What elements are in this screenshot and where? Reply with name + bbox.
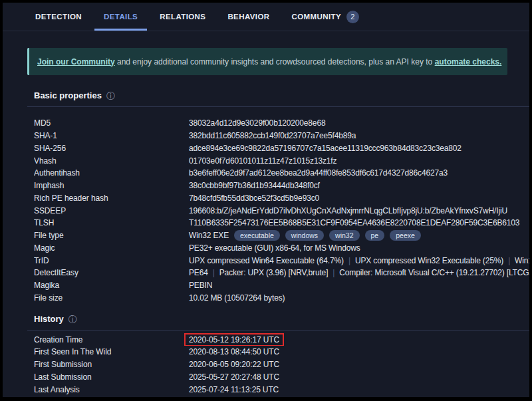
trid-part: UPX compressed Win32 Executable (25%) [355,256,503,265]
tag-peexe[interactable]: peexe [390,230,421,241]
property-value: 38032a4d12d9e3029f00b120200e8e68 [189,118,325,128]
property-label: SSDEEP [34,206,189,215]
trid-part: Win16 NE [515,256,529,265]
tab-bar: DETECTION DETAILS RELATIONS BEHAVIOR COM… [3,3,529,31]
property-value: 01703e0f7d60101011z11z47z1015z13z1fz [189,156,336,166]
property-row-vhash: Vhash 01703e0f7d60101011z11z47z1015z13z1… [34,154,529,167]
property-row-tlsh: TLSH T110B6335F25473176EE5B68B5E31CF9F09… [34,217,529,229]
property-label: DetectItEasy [34,268,189,277]
property-value: 382bdd11c605882ccb149f0d23707a7ee5f4b89a [189,131,356,140]
property-label: Last Submission [34,372,189,382]
property-value: 2020-08-13 08:44:50 UTC [189,347,279,356]
history-row-first-seen-itw: First Seen In The Wild 2020-08-13 08:44:… [34,346,529,358]
property-row-detectiteasy: DetectItEasy PE64 | Packer: UPX (3.96) [… [34,267,529,279]
property-value: 2020-06-05 09:20:22 UTC [189,360,279,369]
separator: | [508,256,510,265]
property-label: Creation Time [34,335,189,344]
die-part: PE64 [189,268,208,277]
info-icon[interactable]: ⓘ [68,315,77,324]
history-row-creation-time: Creation Time 2020-05-12 19:26:17 UTC [34,333,529,346]
property-label: File type [34,231,189,240]
property-label: File size [34,293,189,303]
tab-label: RELATIONS [160,13,205,21]
property-row-rich-pe-header-hash: Rich PE header hash 7b48cfd5fb55dd3bce52… [34,192,529,205]
property-row-magika: Magika PEBIN [34,279,529,292]
property-label: Rich PE header hash [34,194,189,203]
property-row-sha1: SHA-1 382bdd11c605882ccb149f0d23707a7ee5… [34,130,529,142]
property-label: MD5 [34,118,189,128]
history-row-first-submission: First Submission 2020-06-05 09:20:22 UTC [34,358,529,371]
tab-behavior[interactable]: BEHAVIOR [218,3,279,31]
property-label: Authentihash [34,168,189,178]
history-row-last-submission: Last Submission 2025-05-27 20:27:48 UTC [34,371,529,384]
property-row-imphash: Imphash 38c0cbb9bf97b36d1b93444db348f0cf [34,180,529,192]
property-value: PE32+ executable (GUI) x86-64, for MS Wi… [189,243,360,253]
property-row-file-type: File type Win32 EXE executable windows w… [34,229,529,242]
tag-win32[interactable]: win32 [329,230,359,241]
property-label: Magic [34,243,189,253]
highlight-box: 2020-05-12 19:26:17 UTC [184,333,284,346]
die-part: Packer: UPX (3.96) [NRV,brute] [219,268,329,277]
section-title: Basic properties [34,90,102,102]
page-content: Join our Community and enjoy additional … [25,48,529,396]
property-label: TLSH [34,218,189,227]
property-label: SHA-1 [34,131,189,140]
tab-detection[interactable]: DETECTION [26,3,91,31]
property-label: TrID [34,256,189,265]
history-row-last-analysis: Last Analysis 2025-07-24 11:13:25 UTC [34,383,529,396]
property-value: b3e6feff06e2d9f7ad612ee8bea2d9a44ff08fe8… [189,168,448,178]
property-label: Imphash [34,181,189,190]
property-value: 38c0cbb9bf97b36d1b93444db348f0cf [189,181,320,190]
tab-label: DETAILS [104,13,138,21]
property-value: 10.02 MB (10507264 bytes) [189,293,285,303]
property-value: 196608:b/Z/jeANdErYddD7iIvDhXUgCnXAdNxjm… [189,206,507,215]
property-label: First Submission [34,360,189,369]
property-row-magic: Magic PE32+ executable (GUI) x86-64, for… [34,242,529,255]
separator: | [213,268,215,277]
property-label: First Seen In The Wild [34,347,189,356]
tab-label: BEHAVIOR [227,13,269,21]
die-part: Compiler: Microsoft Visual C/C++ (19.21.… [339,268,529,277]
tag-windows[interactable]: windows [285,230,324,241]
tab-label: DETECTION [35,13,82,21]
property-label: Vhash [34,156,189,166]
property-value: T110B6335F25473176EE5B68B5E31CF9F0954EA4… [189,218,519,227]
community-banner: Join our Community and enjoy additional … [27,48,507,75]
automate-checks-link[interactable]: automate checks. [435,57,502,67]
tab-community[interactable]: COMMUNITY 2 [282,3,368,31]
property-label: SHA-256 [34,144,189,153]
property-value: adce894e3ce69c9822da57196707c7a15acee113… [189,144,462,153]
community-count-badge: 2 [346,11,359,23]
tab-relations[interactable]: RELATIONS [150,3,215,31]
basic-properties-section: Basic properties ⓘ MD5 38032a4d12d9e3029… [27,90,529,307]
tab-details[interactable]: DETAILS [94,3,147,31]
join-community-link[interactable]: Join our Community [37,57,115,67]
trid-part: UPX compressed Win64 Executable (64.7%) [189,256,344,265]
section-title: History [34,313,64,325]
property-value: 2020-05-12 19:26:17 UTC [189,335,279,344]
details-page: DETECTION DETAILS RELATIONS BEHAVIOR COM… [0,0,532,401]
banner-text: and enjoy additional community insights … [115,57,435,67]
tag-executable[interactable]: executable [234,230,280,241]
property-row-trid: TrID UPX compressed Win64 Executable (64… [34,254,529,267]
property-row-sha256: SHA-256 adce894e3ce69c9822da57196707c7a1… [34,142,529,155]
property-value: Win32 EXE [189,231,229,240]
separator: | [348,256,350,265]
property-value: PEBIN [189,281,212,290]
property-row-ssdeep: SSDEEP 196608:b/Z/jeANdErYddD7iIvDhXUgCn… [34,204,529,217]
info-icon[interactable]: ⓘ [106,92,115,100]
property-row-file-size: File size 10.02 MB (10507264 bytes) [34,292,529,305]
tab-label: COMMUNITY [291,13,341,21]
history-section: History ⓘ Creation Time 2020-05-12 19:26… [27,313,529,396]
property-value: 2025-05-27 20:27:48 UTC [189,372,279,382]
property-value: 7b48cfd5fb55dd3bce52f3cd5b9e93c0 [189,194,319,203]
property-row-md5: MD5 38032a4d12d9e3029f00b120200e8e68 [34,117,529,130]
property-label: Magika [34,281,189,290]
property-value: 2025-07-24 11:13:25 UTC [189,385,279,394]
tag-pe[interactable]: pe [365,230,385,241]
property-row-authentihash: Authentihash b3e6feff06e2d9f7ad612ee8bea… [34,167,529,180]
property-label: Last Analysis [34,385,189,394]
separator: | [332,268,334,277]
